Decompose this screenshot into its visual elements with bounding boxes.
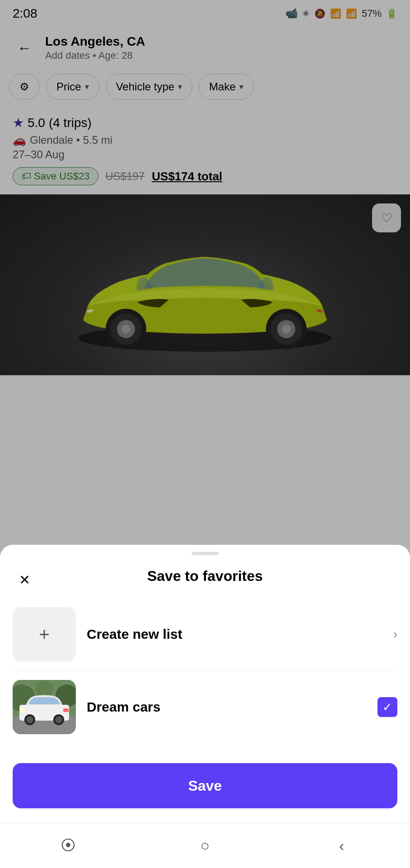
sheet-handle [191,552,219,555]
dream-cars-label: Dream cars [87,699,367,715]
home-button[interactable]: ○ [187,832,223,859]
suv-thumbnail-svg [13,680,76,734]
save-button-label: Save [188,778,222,794]
save-to-favorites-sheet: ✕ Save to favorites + Create new list › [0,545,410,868]
svg-point-18 [55,716,62,723]
sheet-close-button[interactable]: ✕ [13,568,36,591]
save-button[interactable]: Save [13,763,397,808]
back-nav-button[interactable]: ‹ [324,832,360,859]
plus-icon: + [39,624,49,645]
dream-cars-checkbox[interactable]: ✓ [377,697,397,717]
chevron-right-icon: › [393,627,397,641]
svg-point-16 [26,716,33,723]
svg-rect-19 [20,708,25,712]
create-list-action: › [393,627,397,642]
checked-checkbox: ✓ [377,697,397,717]
checkmark-icon: ✓ [382,700,392,714]
sheet-header: ✕ Save to favorites [0,555,410,589]
android-nav-bar: ⦿ ○ ‹ [0,823,410,868]
dream-cars-thumbnail [13,680,76,734]
dream-cars-thumb-image [13,680,76,734]
recent-apps-button[interactable]: ⦿ [50,832,86,859]
create-new-list-item[interactable]: + Create new list › [13,598,397,670]
svg-rect-20 [63,708,69,712]
recent-apps-icon: ⦿ [61,837,76,854]
dream-cars-list-item[interactable]: Dream cars ✓ [13,671,397,743]
home-icon: ○ [200,837,210,854]
back-nav-icon: ‹ [339,837,344,854]
save-button-container: Save [0,752,410,823]
favorites-list: + Create new list › [0,589,410,752]
create-list-thumbnail: + [13,607,76,661]
sheet-title: Save to favorites [147,568,263,585]
close-icon: ✕ [19,572,30,588]
create-list-label: Create new list [87,627,382,642]
